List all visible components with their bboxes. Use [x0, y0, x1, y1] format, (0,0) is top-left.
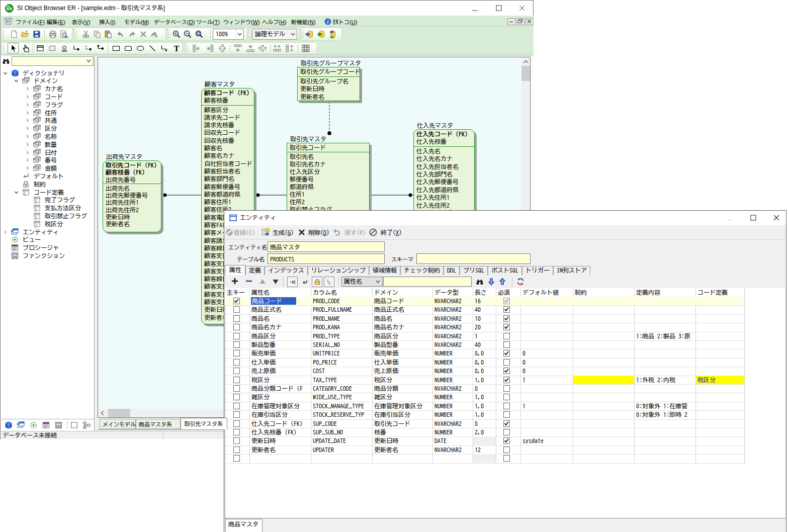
svg-text:ER: ER [7, 7, 12, 11]
svg-text:2.: 2. [35, 217, 37, 220]
svg-text:2.: 2. [35, 209, 37, 212]
svg-text:2.: 2. [35, 225, 37, 228]
svg-text:i: i [327, 19, 329, 25]
svg-text:[x]: [x] [13, 254, 18, 259]
svg-text:2.: 2. [35, 201, 37, 204]
svg-text:[x]: [x] [56, 424, 61, 428]
svg-text:2.: 2. [24, 193, 26, 196]
svg-text:T: T [174, 44, 180, 52]
svg-text:2.: 2. [328, 282, 331, 285]
